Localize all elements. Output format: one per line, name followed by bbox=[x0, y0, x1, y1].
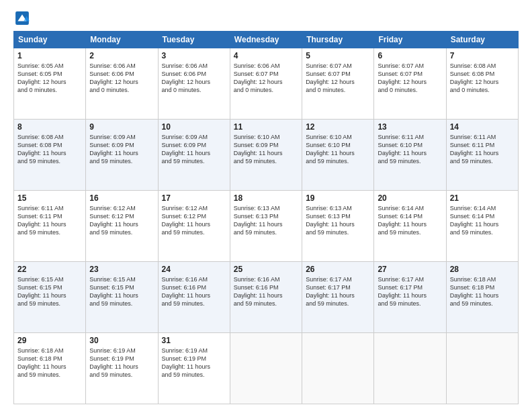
day-info: Sunrise: 6:19 AMSunset: 6:19 PMDaylight:… bbox=[162, 347, 226, 379]
day-info: Sunrise: 6:14 AMSunset: 6:14 PMDaylight:… bbox=[450, 204, 515, 237]
day-info: Sunrise: 6:12 AMSunset: 6:12 PMDaylight:… bbox=[89, 204, 154, 237]
day-number: 30 bbox=[89, 336, 154, 345]
day-info: Sunrise: 6:18 AMSunset: 6:18 PMDaylight:… bbox=[450, 275, 515, 308]
day-number: 9 bbox=[89, 122, 154, 132]
day-number: 7 bbox=[450, 51, 515, 60]
header bbox=[13, 11, 519, 26]
day-info: Sunrise: 6:05 AMSunset: 6:05 PMDaylight:… bbox=[17, 62, 82, 95]
logo bbox=[13, 11, 32, 26]
col-header-tuesday: Tuesday bbox=[158, 32, 230, 48]
day-number: 22 bbox=[17, 265, 82, 274]
day-info: Sunrise: 6:10 AMSunset: 6:09 PMDaylight:… bbox=[234, 133, 298, 166]
calendar-cell: 2Sunrise: 6:06 AMSunset: 6:06 PMDaylight… bbox=[86, 48, 158, 120]
calendar-cell: 5Sunrise: 6:07 AMSunset: 6:07 PMDaylight… bbox=[302, 48, 374, 120]
calendar-week-row: 15Sunrise: 6:11 AMSunset: 6:11 PMDayligh… bbox=[14, 191, 519, 262]
calendar-cell: 8Sunrise: 6:08 AMSunset: 6:08 PMDaylight… bbox=[14, 120, 86, 191]
calendar-week-row: 1Sunrise: 6:05 AMSunset: 6:05 PMDaylight… bbox=[14, 48, 519, 120]
calendar-cell: 19Sunrise: 6:13 AMSunset: 6:13 PMDayligh… bbox=[302, 191, 374, 262]
day-number: 5 bbox=[306, 51, 370, 60]
calendar-cell: 22Sunrise: 6:15 AMSunset: 6:15 PMDayligh… bbox=[14, 262, 86, 333]
day-info: Sunrise: 6:13 AMSunset: 6:13 PMDaylight:… bbox=[306, 204, 370, 237]
col-header-wednesday: Wednesday bbox=[230, 32, 302, 48]
day-number: 14 bbox=[450, 122, 515, 132]
day-info: Sunrise: 6:16 AMSunset: 6:16 PMDaylight:… bbox=[162, 275, 226, 308]
day-number: 24 bbox=[162, 265, 226, 274]
day-number: 26 bbox=[306, 265, 370, 274]
calendar-cell: 10Sunrise: 6:09 AMSunset: 6:09 PMDayligh… bbox=[158, 120, 230, 191]
day-number: 15 bbox=[17, 193, 82, 203]
day-info: Sunrise: 6:18 AMSunset: 6:18 PMDaylight:… bbox=[17, 347, 82, 379]
day-info: Sunrise: 6:16 AMSunset: 6:16 PMDaylight:… bbox=[234, 275, 298, 308]
day-number: 25 bbox=[234, 265, 298, 274]
day-number: 17 bbox=[162, 193, 226, 203]
day-info: Sunrise: 6:09 AMSunset: 6:09 PMDaylight:… bbox=[89, 133, 154, 166]
calendar-cell: 1Sunrise: 6:05 AMSunset: 6:05 PMDaylight… bbox=[14, 48, 86, 120]
day-info: Sunrise: 6:17 AMSunset: 6:17 PMDaylight:… bbox=[378, 275, 442, 308]
calendar-cell: 29Sunrise: 6:18 AMSunset: 6:18 PMDayligh… bbox=[14, 333, 86, 404]
day-info: Sunrise: 6:06 AMSunset: 6:06 PMDaylight:… bbox=[162, 62, 226, 95]
day-number: 16 bbox=[89, 193, 154, 203]
day-number: 29 bbox=[17, 336, 82, 345]
calendar-cell: 7Sunrise: 6:08 AMSunset: 6:08 PMDaylight… bbox=[446, 48, 518, 120]
day-info: Sunrise: 6:10 AMSunset: 6:10 PMDaylight:… bbox=[306, 133, 370, 166]
day-number: 27 bbox=[378, 265, 442, 274]
day-number: 3 bbox=[162, 51, 226, 60]
calendar-cell: 25Sunrise: 6:16 AMSunset: 6:16 PMDayligh… bbox=[230, 262, 302, 333]
calendar-cell: 15Sunrise: 6:11 AMSunset: 6:11 PMDayligh… bbox=[14, 191, 86, 262]
day-info: Sunrise: 6:08 AMSunset: 6:08 PMDaylight:… bbox=[17, 133, 82, 166]
day-info: Sunrise: 6:12 AMSunset: 6:12 PMDaylight:… bbox=[162, 204, 226, 237]
calendar-cell: 4Sunrise: 6:06 AMSunset: 6:07 PMDaylight… bbox=[230, 48, 302, 120]
calendar-cell: 3Sunrise: 6:06 AMSunset: 6:06 PMDaylight… bbox=[158, 48, 230, 120]
calendar-week-row: 22Sunrise: 6:15 AMSunset: 6:15 PMDayligh… bbox=[14, 262, 519, 333]
col-header-thursday: Thursday bbox=[302, 32, 374, 48]
calendar-cell: 24Sunrise: 6:16 AMSunset: 6:16 PMDayligh… bbox=[158, 262, 230, 333]
day-info: Sunrise: 6:07 AMSunset: 6:07 PMDaylight:… bbox=[378, 62, 442, 95]
calendar-cell: 20Sunrise: 6:14 AMSunset: 6:14 PMDayligh… bbox=[374, 191, 446, 262]
day-info: Sunrise: 6:11 AMSunset: 6:11 PMDaylight:… bbox=[17, 204, 82, 237]
day-info: Sunrise: 6:11 AMSunset: 6:10 PMDaylight:… bbox=[378, 133, 442, 166]
day-number: 13 bbox=[378, 122, 442, 132]
calendar-cell bbox=[374, 333, 446, 404]
col-header-friday: Friday bbox=[374, 32, 446, 48]
day-info: Sunrise: 6:15 AMSunset: 6:15 PMDaylight:… bbox=[89, 275, 154, 308]
day-info: Sunrise: 6:19 AMSunset: 6:19 PMDaylight:… bbox=[89, 347, 154, 379]
col-header-saturday: Saturday bbox=[446, 32, 518, 48]
calendar-table: SundayMondayTuesdayWednesdayThursdayFrid… bbox=[13, 31, 519, 404]
calendar-cell: 11Sunrise: 6:10 AMSunset: 6:09 PMDayligh… bbox=[230, 120, 302, 191]
calendar-cell: 14Sunrise: 6:11 AMSunset: 6:11 PMDayligh… bbox=[446, 120, 518, 191]
calendar-cell: 31Sunrise: 6:19 AMSunset: 6:19 PMDayligh… bbox=[158, 333, 230, 404]
day-number: 11 bbox=[234, 122, 298, 132]
col-header-sunday: Sunday bbox=[14, 32, 86, 48]
day-info: Sunrise: 6:11 AMSunset: 6:11 PMDaylight:… bbox=[450, 133, 515, 166]
calendar-cell bbox=[446, 333, 518, 404]
calendar-header-row: SundayMondayTuesdayWednesdayThursdayFrid… bbox=[14, 32, 519, 48]
day-info: Sunrise: 6:09 AMSunset: 6:09 PMDaylight:… bbox=[162, 133, 226, 166]
calendar-week-row: 29Sunrise: 6:18 AMSunset: 6:18 PMDayligh… bbox=[14, 333, 519, 404]
day-number: 10 bbox=[162, 122, 226, 132]
logo-icon bbox=[15, 11, 30, 26]
day-info: Sunrise: 6:08 AMSunset: 6:08 PMDaylight:… bbox=[450, 62, 515, 95]
day-number: 1 bbox=[17, 51, 82, 60]
calendar-cell: 17Sunrise: 6:12 AMSunset: 6:12 PMDayligh… bbox=[158, 191, 230, 262]
calendar-cell: 18Sunrise: 6:13 AMSunset: 6:13 PMDayligh… bbox=[230, 191, 302, 262]
calendar-cell: 9Sunrise: 6:09 AMSunset: 6:09 PMDaylight… bbox=[86, 120, 158, 191]
page: SundayMondayTuesdayWednesdayThursdayFrid… bbox=[0, 0, 532, 411]
day-number: 21 bbox=[450, 193, 515, 203]
day-number: 28 bbox=[450, 265, 515, 274]
day-info: Sunrise: 6:13 AMSunset: 6:13 PMDaylight:… bbox=[234, 204, 298, 237]
calendar-cell: 26Sunrise: 6:17 AMSunset: 6:17 PMDayligh… bbox=[302, 262, 374, 333]
col-header-monday: Monday bbox=[86, 32, 158, 48]
calendar-cell bbox=[230, 333, 302, 404]
day-number: 4 bbox=[234, 51, 298, 60]
calendar-cell: 12Sunrise: 6:10 AMSunset: 6:10 PMDayligh… bbox=[302, 120, 374, 191]
calendar-cell: 23Sunrise: 6:15 AMSunset: 6:15 PMDayligh… bbox=[86, 262, 158, 333]
calendar-cell: 28Sunrise: 6:18 AMSunset: 6:18 PMDayligh… bbox=[446, 262, 518, 333]
day-info: Sunrise: 6:14 AMSunset: 6:14 PMDaylight:… bbox=[378, 204, 442, 237]
calendar-cell: 27Sunrise: 6:17 AMSunset: 6:17 PMDayligh… bbox=[374, 262, 446, 333]
day-number: 18 bbox=[234, 193, 298, 203]
day-number: 8 bbox=[17, 122, 82, 132]
calendar-cell: 21Sunrise: 6:14 AMSunset: 6:14 PMDayligh… bbox=[446, 191, 518, 262]
calendar-cell: 16Sunrise: 6:12 AMSunset: 6:12 PMDayligh… bbox=[86, 191, 158, 262]
calendar-cell: 30Sunrise: 6:19 AMSunset: 6:19 PMDayligh… bbox=[86, 333, 158, 404]
day-info: Sunrise: 6:15 AMSunset: 6:15 PMDaylight:… bbox=[17, 275, 82, 308]
